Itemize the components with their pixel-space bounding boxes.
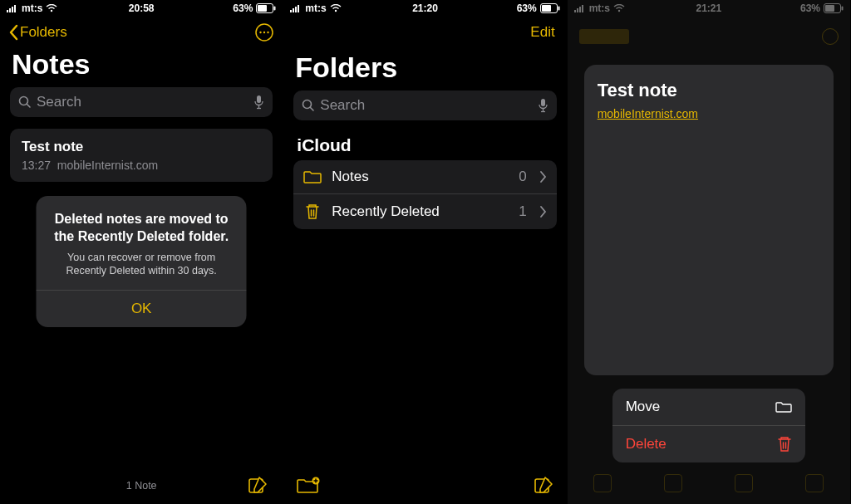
- svg-point-11: [268, 32, 269, 33]
- dimmed-toolbar: [568, 467, 850, 499]
- trash-icon: [777, 436, 792, 453]
- section-header-icloud: iCloud: [283, 129, 566, 160]
- carrier-label: mt:s: [305, 2, 326, 14]
- alert-headline: Deleted notes are moved to the Recently …: [48, 211, 235, 246]
- search-input[interactable]: Search: [293, 91, 556, 120]
- folder-icon: [303, 169, 322, 184]
- chevron-right-icon: [540, 171, 547, 183]
- menu-label-delete: Delete: [626, 436, 667, 453]
- svg-rect-19: [293, 8, 294, 12]
- svg-rect-1: [9, 8, 11, 12]
- mic-icon[interactable]: [253, 95, 264, 110]
- wifi-icon: [46, 4, 57, 12]
- battery-percent: 63%: [233, 2, 253, 14]
- svg-point-4: [51, 10, 52, 12]
- chevron-right-icon: [540, 206, 547, 218]
- battery-percent: 63%: [517, 2, 537, 14]
- folder-label: Recently Deleted: [332, 203, 509, 220]
- signal-icon: [7, 4, 18, 12]
- svg-line-27: [311, 108, 314, 111]
- wifi-icon: [330, 4, 342, 12]
- note-preview-card[interactable]: Test note mobileInternist.com: [584, 65, 834, 375]
- note-row[interactable]: Test note 13:27 mobileInternist.com: [10, 129, 273, 182]
- svg-rect-18: [290, 10, 292, 12]
- svg-rect-3: [14, 5, 16, 12]
- svg-rect-2: [12, 7, 13, 12]
- dimmed-nav: [579, 20, 839, 53]
- compose-button[interactable]: [534, 476, 553, 496]
- notes-count-label: 1 Note: [126, 480, 157, 492]
- back-button[interactable]: Folders: [8, 24, 67, 41]
- svg-rect-7: [274, 7, 276, 11]
- signal-icon: [290, 4, 302, 12]
- nav-bar: Edit: [283, 17, 566, 46]
- page-title: Notes: [0, 46, 283, 87]
- alert-dialog: Deleted notes are moved to the Recently …: [37, 196, 247, 327]
- svg-rect-25: [558, 7, 559, 11]
- svg-point-10: [263, 32, 265, 33]
- folder-count: 0: [519, 169, 526, 185]
- back-label: Folders: [20, 24, 67, 41]
- svg-point-9: [260, 32, 262, 33]
- battery-icon: [256, 3, 276, 13]
- status-time: 21:20: [412, 2, 438, 14]
- search-placeholder: Search: [37, 94, 253, 110]
- note-link[interactable]: mobileInternist.com: [598, 107, 698, 120]
- trash-icon: [303, 203, 322, 221]
- folder-label: Notes: [332, 169, 509, 185]
- edit-button[interactable]: Edit: [530, 24, 558, 41]
- svg-rect-14: [257, 95, 261, 103]
- folder-list: Notes 0 Recently Deleted 1: [293, 160, 556, 229]
- svg-rect-24: [542, 5, 551, 12]
- menu-label-move: Move: [626, 399, 661, 415]
- alert-body-text: You can recover or remove from Recently …: [48, 251, 235, 279]
- svg-rect-20: [295, 7, 297, 12]
- menu-item-move[interactable]: Move: [612, 389, 805, 425]
- svg-rect-6: [258, 5, 267, 12]
- status-bar: mt:s 21:20 63%: [283, 0, 566, 17]
- context-menu: Move Delete: [612, 389, 805, 462]
- compose-button[interactable]: [248, 476, 268, 496]
- search-placeholder: Search: [320, 97, 537, 114]
- search-icon: [18, 95, 32, 109]
- folder-count: 1: [519, 203, 526, 220]
- note-subtitle: 13:27 mobileInternist.com: [22, 159, 261, 172]
- screen-folders: mt:s 21:20 63% Edit Folders Search iClou…: [283, 0, 567, 504]
- carrier-label: mt:s: [22, 2, 42, 14]
- more-button[interactable]: [254, 22, 274, 42]
- mic-icon[interactable]: [538, 98, 548, 113]
- status-time: 20:58: [129, 2, 155, 14]
- chevron-left-icon: [8, 24, 18, 41]
- page-title: Folders: [283, 46, 566, 91]
- menu-item-delete[interactable]: Delete: [612, 425, 805, 462]
- folder-icon: [775, 400, 792, 413]
- search-icon: [302, 99, 315, 112]
- screen-notes-list: mt:s 20:58 63% Folders Notes Search: [0, 0, 283, 504]
- new-folder-button[interactable]: [297, 477, 320, 495]
- battery-icon: [540, 3, 560, 13]
- svg-rect-0: [7, 10, 8, 12]
- svg-line-13: [27, 105, 31, 108]
- alert-ok-button[interactable]: OK: [131, 301, 152, 317]
- note-title: Test note: [22, 139, 261, 155]
- folder-row-recently-deleted[interactable]: Recently Deleted 1: [293, 193, 556, 229]
- svg-point-22: [334, 10, 336, 12]
- svg-rect-28: [541, 99, 545, 106]
- svg-rect-21: [298, 5, 299, 12]
- bottom-toolbar: 1 Note: [0, 467, 283, 504]
- search-input[interactable]: Search: [10, 87, 273, 117]
- nav-bar: Folders: [0, 17, 283, 46]
- note-title: Test note: [598, 80, 820, 101]
- bottom-toolbar: [283, 467, 566, 504]
- screen-note-context-menu: mt:s 21:21 63% Test note mobileInternist…: [568, 0, 851, 504]
- status-bar: mt:s 20:58 63%: [0, 0, 283, 17]
- folder-row-notes[interactable]: Notes 0: [293, 160, 556, 193]
